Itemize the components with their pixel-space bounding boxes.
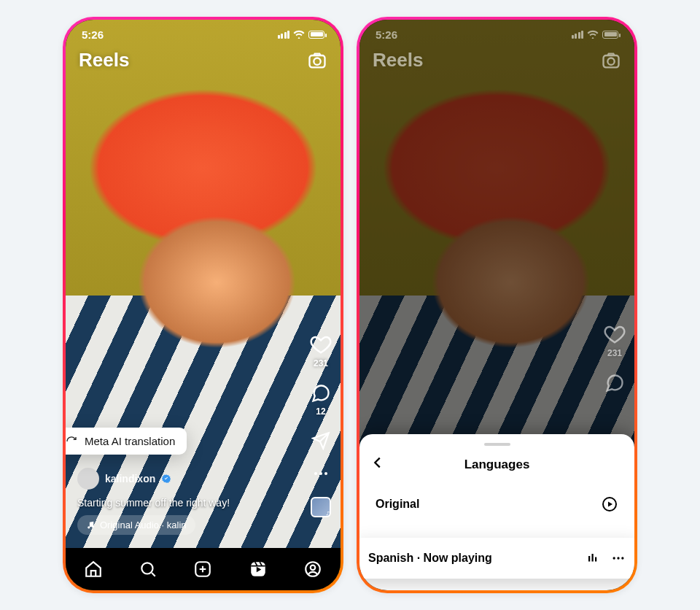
nav-reels[interactable] bbox=[249, 560, 268, 579]
nav-create[interactable] bbox=[193, 560, 212, 579]
screen-right: 5:26 Reels 231 bbox=[359, 20, 634, 590]
status-icons bbox=[278, 30, 325, 39]
svg-point-5 bbox=[88, 526, 90, 528]
svg-point-4 bbox=[324, 472, 327, 475]
language-option-original[interactable]: Original bbox=[359, 485, 634, 523]
like-button[interactable]: 231 bbox=[310, 333, 332, 368]
wifi-icon bbox=[293, 30, 305, 39]
heart-icon bbox=[604, 323, 626, 345]
svg-point-1 bbox=[314, 58, 320, 64]
comment-icon bbox=[604, 373, 625, 393]
like-button: 231 bbox=[604, 323, 626, 358]
status-bar: 5:26 bbox=[359, 24, 634, 45]
back-button[interactable] bbox=[370, 455, 386, 474]
cell-signal-icon bbox=[278, 31, 290, 39]
wifi-icon bbox=[587, 30, 599, 39]
more-icon[interactable] bbox=[611, 551, 626, 565]
home-icon bbox=[84, 560, 103, 579]
chevron-left-icon bbox=[370, 455, 386, 471]
language-label: Spanish · Now playing bbox=[368, 552, 492, 565]
like-count: 231 bbox=[314, 358, 328, 368]
share-icon bbox=[311, 431, 330, 450]
heart-icon bbox=[310, 333, 332, 355]
action-rail: 231 bbox=[604, 323, 626, 393]
nav-home[interactable] bbox=[84, 560, 103, 579]
svg-point-7 bbox=[141, 563, 152, 574]
more-icon bbox=[312, 465, 330, 482]
comment-button bbox=[604, 373, 625, 393]
caption: Starting summer off the right way! bbox=[77, 497, 230, 509]
svg-point-2 bbox=[314, 472, 317, 475]
reels-title: Reels bbox=[373, 49, 423, 72]
like-count: 231 bbox=[607, 348, 622, 358]
camera-icon[interactable] bbox=[307, 50, 327, 71]
status-time: 5:26 bbox=[376, 28, 397, 41]
svg-point-3 bbox=[319, 472, 322, 475]
svg-point-18 bbox=[613, 557, 615, 559]
phone-frame-left: 5:26 Reels 231 12 bbox=[63, 17, 343, 593]
nav-profile[interactable] bbox=[303, 560, 322, 579]
status-icons bbox=[572, 30, 619, 39]
svg-rect-15 bbox=[588, 556, 590, 562]
sheet-header: Languages bbox=[359, 453, 634, 485]
translation-chip-label: Meta AI translation bbox=[85, 435, 175, 447]
bottom-nav bbox=[66, 548, 341, 590]
username: kalindixon bbox=[105, 473, 155, 484]
avatar bbox=[77, 468, 99, 490]
sheet-grabber[interactable] bbox=[484, 443, 510, 446]
svg-point-11 bbox=[311, 565, 316, 571]
comment-icon bbox=[311, 383, 331, 404]
battery-icon bbox=[308, 31, 324, 39]
language-label: Original bbox=[376, 498, 419, 511]
audio-thumbnail[interactable] bbox=[311, 497, 331, 517]
now-playing-icon bbox=[586, 552, 599, 565]
svg-point-20 bbox=[621, 557, 623, 559]
reels-header: Reels bbox=[66, 49, 341, 72]
language-option-spanish[interactable]: Spanish · Now playing bbox=[359, 538, 634, 579]
reels-title: Reels bbox=[79, 49, 129, 72]
battery-icon bbox=[602, 31, 618, 39]
verified-badge-icon bbox=[161, 474, 171, 484]
audio-pill[interactable]: Original Audio · kalin bbox=[77, 515, 195, 535]
comment-button[interactable]: 12 bbox=[311, 383, 331, 417]
search-icon bbox=[139, 560, 158, 579]
translation-chip[interactable]: Meta AI translation bbox=[66, 428, 187, 455]
comment-count: 12 bbox=[316, 406, 325, 417]
phone-frame-right: 5:26 Reels 231 bbox=[357, 17, 637, 593]
reels-icon bbox=[249, 560, 268, 579]
refresh-icon bbox=[66, 436, 77, 447]
svg-point-6 bbox=[92, 525, 94, 528]
sheet-title: Languages bbox=[464, 458, 530, 471]
svg-rect-16 bbox=[592, 554, 594, 562]
cell-signal-icon bbox=[572, 31, 584, 39]
status-time: 5:26 bbox=[82, 28, 104, 41]
more-button[interactable] bbox=[312, 465, 330, 482]
status-bar: 5:26 bbox=[66, 24, 341, 45]
nav-search[interactable] bbox=[139, 560, 158, 579]
profile-icon bbox=[303, 560, 322, 579]
svg-point-13 bbox=[607, 58, 614, 64]
play-circle-icon bbox=[601, 495, 618, 513]
action-rail: 231 12 bbox=[310, 333, 332, 517]
reels-header: Reels bbox=[359, 49, 634, 72]
camera-icon bbox=[601, 50, 621, 71]
screen-left: 5:26 Reels 231 12 bbox=[66, 20, 341, 590]
svg-rect-17 bbox=[595, 557, 596, 562]
create-icon bbox=[193, 560, 212, 579]
audio-label: Original Audio · kalin bbox=[100, 520, 187, 530]
share-button[interactable] bbox=[311, 431, 330, 450]
svg-point-19 bbox=[617, 557, 619, 559]
music-note-icon bbox=[86, 520, 96, 530]
author-row[interactable]: kalindixon bbox=[77, 468, 171, 490]
